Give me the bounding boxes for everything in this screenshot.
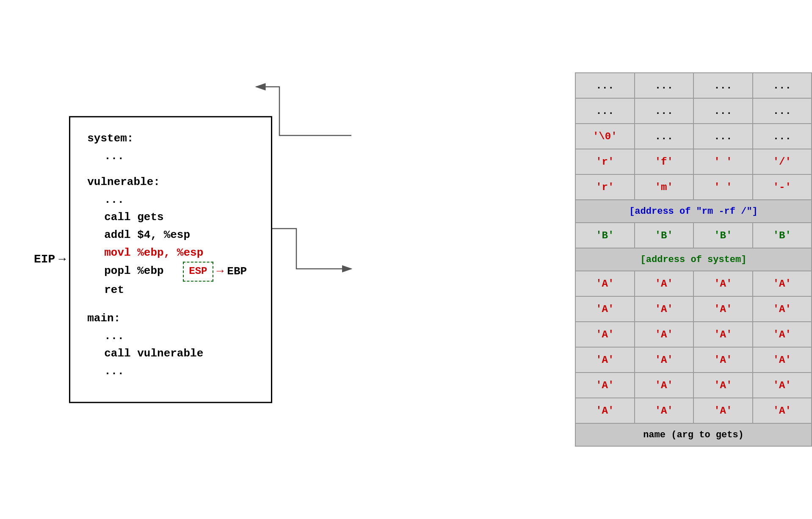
- call-vulnerable: call vulnerable: [104, 345, 254, 363]
- mem-cell: ...: [753, 73, 812, 98]
- system-section: system: ...: [87, 130, 254, 165]
- left-section: EIP → system: ... vulnerable: ... call g…: [34, 116, 272, 403]
- mem-cell-a: 'A': [575, 347, 635, 373]
- table-row: 'A' 'A' 'A' 'A': [575, 322, 812, 347]
- mem-cell: ...: [575, 73, 635, 98]
- mem-cell-a: 'A': [693, 347, 753, 373]
- mem-cell-a: 'A': [575, 271, 635, 296]
- mem-cell: ...: [635, 73, 694, 98]
- eip-label-container: EIP →: [34, 253, 66, 266]
- right-section: ... ... ... ... ... ... ... ... '\0' ...…: [575, 0, 812, 519]
- mem-cell-a: 'A': [693, 398, 753, 423]
- mem-cell: ...: [693, 73, 753, 98]
- popl-text: popl %ebp: [104, 265, 163, 277]
- mem-cell-a: 'A': [575, 322, 635, 347]
- vulnerable-dots: ...: [104, 191, 254, 209]
- popl-line: popl %ebp ESP → EBP: [104, 262, 254, 281]
- table-row: 'r' 'm' ' ' '-': [575, 174, 812, 200]
- mem-cell-a: 'A': [753, 373, 812, 398]
- mem-cell-a: 'A': [575, 373, 635, 398]
- table-row: ... ... ... ...: [575, 98, 812, 124]
- mem-cell-slash: '/': [753, 149, 812, 174]
- mem-cell: ...: [753, 124, 812, 149]
- eip-arrow-icon: →: [58, 253, 66, 266]
- mem-cell-a: 'A': [693, 373, 753, 398]
- code-box: system: ... vulnerable: ... call gets ad…: [69, 116, 272, 403]
- mem-cell: ...: [693, 98, 753, 124]
- mem-cell-f: 'f': [635, 149, 694, 174]
- mem-cell-a: 'A': [693, 322, 753, 347]
- mem-cell-a: 'A': [753, 271, 812, 296]
- mem-cell: ...: [575, 98, 635, 124]
- memory-table: ... ... ... ... ... ... ... ... '\0' ...…: [575, 72, 812, 447]
- address-rm-label: [address of "rm -rf /"]: [575, 200, 812, 223]
- mem-cell-b4: 'B': [753, 223, 812, 248]
- mem-cell: ...: [693, 124, 753, 149]
- system-dots: ...: [104, 148, 254, 166]
- mem-cell-a: 'A': [753, 296, 812, 322]
- esp-ebp-arrow: →: [217, 262, 224, 281]
- mem-cell-a: 'A': [575, 296, 635, 322]
- table-row: 'A' 'A' 'A' 'A': [575, 271, 812, 296]
- table-row: 'r' 'f' ' ' '/': [575, 149, 812, 174]
- mem-cell-m: 'm': [635, 174, 694, 200]
- mem-cell-a: 'A': [635, 347, 694, 373]
- vulnerable-label: vulnerable:: [87, 174, 254, 191]
- mem-cell-a: 'A': [693, 271, 753, 296]
- table-row: 'A' 'A' 'A' 'A': [575, 398, 812, 423]
- main-dots2: ...: [104, 363, 254, 381]
- addl: addl $4, %esp: [104, 226, 254, 244]
- mem-cell-r2: 'r': [575, 174, 635, 200]
- mem-cell-a: 'A': [635, 271, 694, 296]
- table-row: '\0' ... ... ...: [575, 124, 812, 149]
- mem-cell: ...: [753, 98, 812, 124]
- mem-cell-b1: 'B': [575, 223, 635, 248]
- mem-cell-null: '\0': [575, 124, 635, 149]
- mem-cell-sp2: ' ': [693, 174, 753, 200]
- mem-cell-a: 'A': [635, 373, 694, 398]
- call-gets: call gets: [104, 209, 254, 227]
- vulnerable-section: vulnerable: ... call gets addl $4, %esp …: [87, 174, 254, 301]
- mem-cell-a: 'A': [635, 296, 694, 322]
- mem-cell-a: 'A': [753, 322, 812, 347]
- mem-cell: ...: [635, 124, 694, 149]
- mem-cell-a: 'A': [635, 398, 694, 423]
- mem-cell-sp1: ' ': [693, 149, 753, 174]
- main-label: main:: [87, 310, 254, 328]
- name-label-row: name (arg to gets): [575, 423, 812, 446]
- table-row: 'B' 'B' 'B' 'B': [575, 223, 812, 248]
- mem-cell-b3: 'B': [693, 223, 753, 248]
- table-row: 'A' 'A' 'A' 'A': [575, 373, 812, 398]
- ebp-label: EBP: [227, 263, 247, 281]
- system-label: system:: [87, 130, 254, 148]
- main-container: EIP → system: ... vulnerable: ... call g…: [0, 0, 812, 519]
- address-system-label: [address of system]: [575, 248, 812, 271]
- mem-cell: ...: [635, 98, 694, 124]
- mem-cell-a: 'A': [753, 347, 812, 373]
- mem-cell-a: 'A': [635, 322, 694, 347]
- mem-cell-r1: 'r': [575, 149, 635, 174]
- address-system-row: [address of system]: [575, 248, 812, 271]
- address-rm-row: [address of "rm -rf /"]: [575, 200, 812, 223]
- mem-cell-a: 'A': [575, 398, 635, 423]
- mem-cell-a: 'A': [753, 398, 812, 423]
- esp-box: ESP: [183, 262, 213, 281]
- table-row: 'A' 'A' 'A' 'A': [575, 347, 812, 373]
- mem-cell-dash: '-': [753, 174, 812, 200]
- movl: movl %ebp, %esp: [104, 244, 254, 262]
- main-section: main: ... call vulnerable ...: [87, 310, 254, 380]
- main-dots1: ...: [104, 328, 254, 345]
- ret: ret: [104, 282, 254, 299]
- mem-cell-b2: 'B': [635, 223, 694, 248]
- mem-cell-a: 'A': [693, 296, 753, 322]
- table-row: ... ... ... ...: [575, 73, 812, 98]
- name-label: name (arg to gets): [575, 423, 812, 446]
- table-row: 'A' 'A' 'A' 'A': [575, 296, 812, 322]
- eip-label: EIP: [34, 253, 55, 266]
